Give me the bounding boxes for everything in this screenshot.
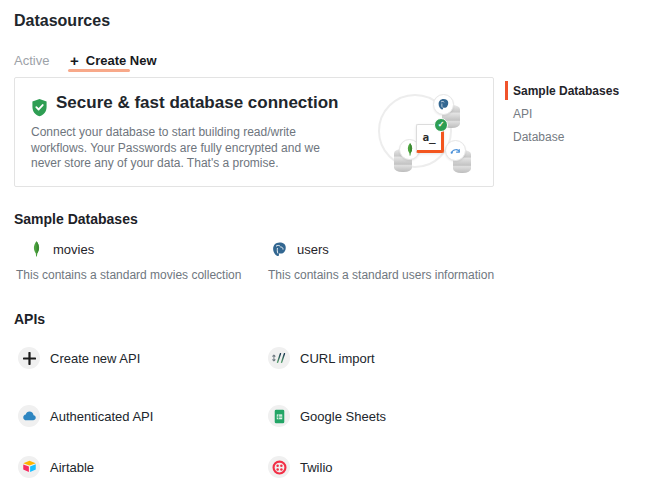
appsmith-logo-text: a_: [422, 131, 435, 144]
sample-db-card-users[interactable]: users This contains a standard users inf…: [268, 239, 494, 282]
api-item-authenticated-api[interactable]: Authenticated API: [18, 405, 153, 427]
sample-db-card-movies[interactable]: movies This contains a standard movies c…: [16, 239, 241, 282]
tab-active-datasources[interactable]: Active: [14, 53, 49, 68]
check-badge-icon: ✓: [434, 118, 448, 132]
nav-item-sample-databases[interactable]: Sample Databases: [513, 84, 619, 98]
secure-connection-banner: Secure & fast database connection Connec…: [14, 77, 494, 187]
api-item-twilio[interactable]: Twilio: [268, 456, 333, 478]
plus-icon: +: [70, 52, 79, 69]
sample-db-description: This contains a standard movies collecti…: [16, 268, 241, 282]
api-connector-icon: [445, 140, 466, 161]
api-item-label: Authenticated API: [50, 409, 153, 424]
plus-icon: [18, 347, 40, 369]
twilio-icon: [268, 456, 290, 478]
mongodb-icon: [31, 241, 42, 258]
page-title: Datasources: [14, 12, 110, 30]
airtable-icon: [18, 456, 40, 478]
banner-heading: Secure & fast database connection: [56, 93, 338, 113]
api-item-label: CURL import: [300, 351, 375, 366]
section-title-apis: APIs: [14, 311, 45, 327]
active-tab-underline: [68, 69, 130, 72]
curl-icon: [268, 347, 290, 369]
section-title-sample-databases: Sample Databases: [14, 211, 138, 227]
api-item-google-sheets[interactable]: Google Sheets: [268, 405, 386, 427]
appsmith-logo-card: a_ ✓: [416, 124, 444, 153]
cloud-icon: [18, 405, 40, 427]
tab-create-new-label: Create New: [86, 53, 157, 68]
sample-db-name: movies: [53, 242, 94, 257]
nav-item-api[interactable]: API: [513, 107, 532, 121]
nav-item-database[interactable]: Database: [513, 130, 564, 144]
api-item-label: Create new API: [50, 351, 140, 366]
postgresql-icon: [271, 241, 288, 258]
api-item-create-new[interactable]: Create new API: [18, 347, 140, 369]
sample-db-name: users: [297, 242, 329, 257]
api-item-label: Airtable: [50, 460, 94, 475]
api-item-label: Twilio: [300, 460, 333, 475]
shield-check-icon: [31, 98, 48, 117]
tab-create-new[interactable]: + Create New: [70, 52, 157, 69]
api-item-curl-import[interactable]: CURL import: [268, 347, 375, 369]
google-sheets-icon: [268, 405, 290, 427]
api-item-label: Google Sheets: [300, 409, 386, 424]
api-item-airtable[interactable]: Airtable: [18, 456, 94, 478]
banner-description: Connect your database to start building …: [31, 125, 346, 172]
nav-active-indicator: [505, 81, 508, 100]
sample-db-description: This contains a standard users informati…: [268, 268, 494, 282]
postgresql-icon: [433, 94, 454, 115]
